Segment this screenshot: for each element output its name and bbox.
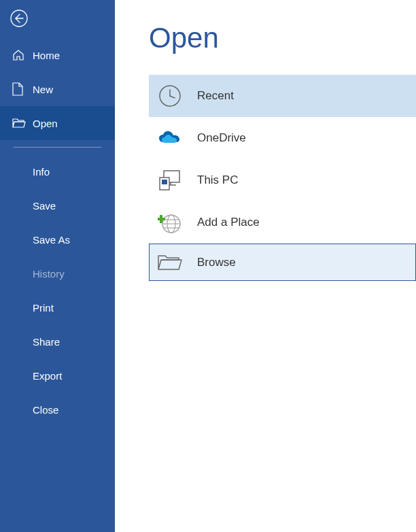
nav-share[interactable]: Share — [0, 325, 115, 359]
nav-history: History — [0, 256, 115, 290]
open-folder-icon — [12, 118, 33, 129]
back-arrow-icon — [10, 10, 28, 27]
nav-label: Share — [33, 336, 60, 348]
nav-close[interactable]: Close — [0, 393, 115, 427]
nav-export[interactable]: Export — [0, 359, 115, 393]
new-document-icon — [12, 82, 33, 96]
onedrive-icon — [156, 124, 184, 152]
page-title: Open — [149, 22, 416, 54]
home-icon — [12, 49, 33, 61]
nav-new[interactable]: New — [0, 72, 115, 106]
back-button[interactable] — [10, 10, 28, 27]
svg-rect-16 — [158, 218, 165, 220]
svg-line-4 — [170, 96, 175, 98]
backstage-sidebar: Home New Open Info Save Save As History — [0, 0, 115, 532]
nav-print[interactable]: Print — [0, 290, 115, 325]
svg-rect-7 — [162, 180, 167, 184]
add-place-icon — [156, 209, 184, 236]
main-panel: Open Recent OneDrive — [115, 0, 416, 532]
location-label: Recent — [197, 89, 234, 103]
location-recent[interactable]: Recent — [149, 75, 416, 117]
browse-folder-icon — [156, 249, 184, 276]
location-add-place[interactable]: Add a Place — [149, 201, 416, 244]
nav-label: History — [33, 268, 65, 280]
location-label: This PC — [197, 173, 238, 187]
location-list: Recent OneDrive This PC — [149, 75, 416, 281]
nav-save[interactable]: Save — [0, 188, 115, 222]
nav-label: Save As — [33, 234, 70, 246]
nav-divider — [14, 147, 101, 148]
clock-icon — [156, 82, 184, 110]
nav-save-as[interactable]: Save As — [0, 222, 115, 256]
nav-label: Info — [33, 166, 50, 178]
location-label: Add a Place — [197, 216, 260, 229]
this-pc-icon — [156, 167, 184, 194]
nav-label: Home — [33, 50, 60, 61]
nav-label: Open — [33, 118, 58, 129]
location-this-pc[interactable]: This PC — [149, 159, 416, 201]
location-label: OneDrive — [197, 131, 246, 145]
nav-label: New — [33, 84, 53, 95]
location-browse[interactable]: Browse — [149, 244, 416, 281]
nav-open[interactable]: Open — [0, 106, 115, 140]
nav-label: Close — [33, 404, 58, 416]
location-onedrive[interactable]: OneDrive — [149, 117, 416, 159]
nav-label: Print — [33, 302, 54, 314]
location-label: Browse — [197, 256, 236, 269]
nav-home[interactable]: Home — [0, 38, 115, 72]
nav-label: Export — [33, 370, 62, 382]
nav-info[interactable]: Info — [0, 154, 115, 188]
nav-label: Save — [33, 200, 56, 212]
